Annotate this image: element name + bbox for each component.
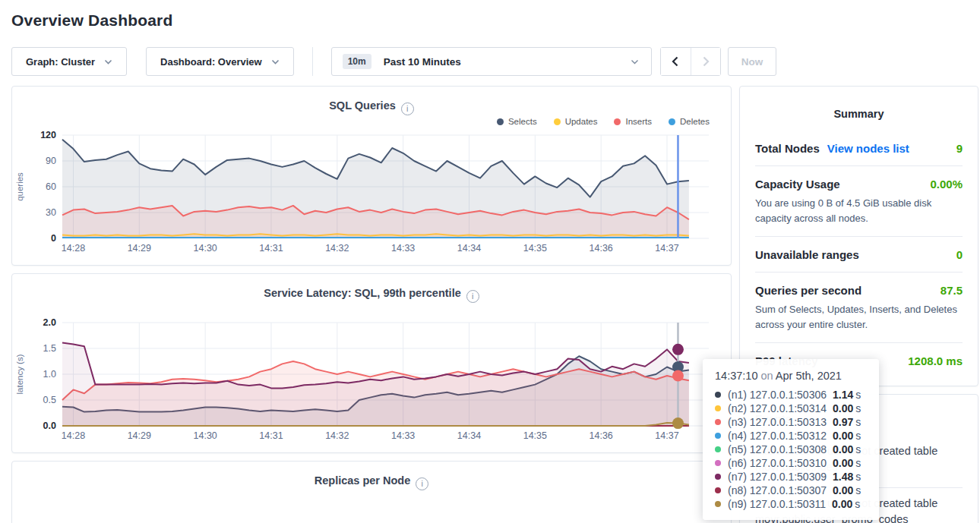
- series-color-dot: [715, 460, 721, 466]
- svg-text:14:32: 14:32: [325, 243, 349, 254]
- svg-text:14:29: 14:29: [128, 430, 151, 441]
- tooltip-node-label: (n5) 127.0.0.1:50308: [728, 443, 827, 455]
- svg-text:14:35: 14:35: [523, 243, 547, 254]
- svg-text:14:33: 14:33: [391, 243, 415, 254]
- svg-text:0.5: 0.5: [43, 395, 56, 405]
- chevron-down-icon: [104, 58, 112, 66]
- summary-label: Unavailable ranges: [755, 248, 859, 261]
- legend-item[interactable]: Updates: [554, 117, 598, 126]
- legend-label: Deletes: [680, 117, 710, 126]
- svg-text:0.0: 0.0: [43, 421, 56, 431]
- svg-text:30: 30: [46, 207, 56, 218]
- tooltip-row: (n8) 127.0.0.1:503070.00s: [715, 484, 867, 497]
- chart-legend: SelectsUpdatesInsertsDeletes: [497, 117, 710, 126]
- svg-text:120: 120: [40, 130, 56, 140]
- tooltip-value: 0.00: [832, 498, 852, 510]
- controls-divider: [312, 47, 313, 76]
- summary-subtext: You are using 0 B of 4.5 GiB usable disk…: [755, 196, 963, 225]
- tooltip-value: 1.48: [833, 471, 853, 483]
- svg-text:14:34: 14:34: [457, 243, 481, 254]
- tooltip-timestamp: 14:37:10 on Apr 5th, 2021: [715, 370, 867, 382]
- legend-label: Updates: [565, 117, 598, 126]
- summary-subtext: Sum of Selects, Updates, Inserts, and De…: [755, 302, 963, 332]
- summary-panel: Summary Total NodesView nodes list9Capac…: [739, 86, 978, 386]
- tooltip-row: (n4) 127.0.0.1:503120.00s: [715, 429, 867, 443]
- overview-dashboard-page: Overview Dashboard Graph: Cluster Dashbo…: [0, 0, 980, 523]
- summary-label: Queries per second: [755, 284, 861, 297]
- replicas-chart[interactable]: [12, 504, 719, 523]
- svg-text:latency (s): latency (s): [15, 354, 24, 394]
- summary-value: 0: [956, 248, 963, 261]
- summary-link[interactable]: View nodes list: [827, 142, 909, 155]
- time-prev-button[interactable]: [661, 48, 691, 75]
- tooltip-row: (n3) 127.0.0.1:503130.97s: [715, 415, 867, 429]
- series-color-dot: [715, 487, 721, 493]
- tooltip-row: (n9) 127.0.0.1:503110.00s: [715, 497, 867, 511]
- summary-value: 87.5: [940, 284, 963, 297]
- legend-dot: [497, 118, 504, 125]
- tooltip-value: 1.14: [833, 389, 853, 401]
- legend-dot: [614, 118, 621, 125]
- tooltip-value: 0.97: [833, 416, 853, 428]
- svg-text:60: 60: [46, 181, 56, 192]
- svg-text:14:33: 14:33: [391, 430, 415, 441]
- svg-text:2.0: 2.0: [43, 317, 56, 328]
- summary-value: 1208.0 ms: [908, 354, 963, 367]
- summary-row: Queries per second87.5Sum of Selects, Up…: [755, 273, 963, 343]
- legend-dot: [554, 118, 561, 125]
- controls-bar: Graph: Cluster Dashboard: Overview 10m P…: [11, 47, 980, 76]
- svg-text:90: 90: [46, 156, 56, 166]
- svg-text:14:34: 14:34: [457, 430, 481, 441]
- tooltip-row: (n5) 127.0.0.1:503080.00s: [715, 443, 867, 456]
- time-next-button[interactable]: [691, 48, 720, 75]
- tooltip-row: (n7) 127.0.0.1:503091.48s: [715, 470, 867, 484]
- replicas-panel: Replicas per Nodei: [11, 461, 732, 523]
- legend-item[interactable]: Inserts: [614, 117, 652, 126]
- info-icon[interactable]: i: [416, 477, 428, 490]
- time-range-selector[interactable]: 10m Past 10 Minutes: [331, 47, 652, 76]
- svg-text:14:37: 14:37: [655, 243, 678, 254]
- sql-queries-chart[interactable]: 030609012014:2814:2914:3014:3114:3214:33…: [12, 129, 719, 260]
- tooltip-node-label: (n9) 127.0.0.1:50311: [728, 498, 826, 510]
- series-color-dot: [715, 446, 721, 452]
- time-range-badge: 10m: [343, 54, 371, 69]
- svg-text:queries: queries: [15, 172, 24, 201]
- info-icon[interactable]: i: [401, 102, 414, 115]
- chevron-right-icon: [701, 56, 710, 67]
- svg-text:14:28: 14:28: [62, 243, 85, 254]
- svg-text:14:31: 14:31: [259, 243, 283, 254]
- summary-row: Total NodesView nodes list9: [755, 131, 963, 166]
- svg-text:1.5: 1.5: [43, 343, 56, 354]
- latency-chart[interactable]: 0.00.51.01.52.014:2814:2914:3014:3114:32…: [12, 317, 719, 447]
- tooltip-node-label: (n3) 127.0.0.1:50313: [728, 416, 827, 428]
- graph-dropdown-label: Graph: Cluster: [26, 56, 95, 68]
- summary-label: Total Nodes: [755, 142, 820, 155]
- series-color-dot: [715, 419, 721, 425]
- tooltip-row: (n2) 127.0.0.1:503140.00s: [715, 402, 867, 415]
- tooltip-value: 0.00: [833, 484, 853, 496]
- latency-panel: Service Latency: SQL, 99th percentilei 0…: [11, 273, 732, 453]
- svg-text:14:32: 14:32: [325, 430, 349, 441]
- chart-tooltip: 14:37:10 on Apr 5th, 2021 (n1) 127.0.0.1…: [703, 359, 879, 520]
- svg-text:14:35: 14:35: [523, 430, 547, 441]
- now-button[interactable]: Now: [728, 47, 777, 76]
- summary-value: 0.00%: [930, 178, 963, 191]
- info-icon[interactable]: i: [466, 290, 479, 303]
- legend-dot: [669, 118, 675, 125]
- svg-text:1.0: 1.0: [43, 369, 56, 380]
- chart-title: Replicas per Nodei: [12, 474, 731, 490]
- summary-label: Capacity Usage: [755, 178, 840, 191]
- svg-text:14:30: 14:30: [194, 430, 217, 441]
- summary-row: Capacity Usage0.00%You are using 0 B of …: [755, 166, 963, 237]
- legend-item[interactable]: Selects: [497, 117, 537, 126]
- tooltip-value: 0.00: [833, 402, 853, 414]
- svg-text:0: 0: [51, 233, 56, 244]
- sql-queries-panel: SQL Queriesi SelectsUpdatesInsertsDelete…: [11, 86, 732, 266]
- graph-dropdown[interactable]: Graph: Cluster: [11, 47, 127, 76]
- chevron-down-icon: [271, 58, 280, 66]
- tooltip-value: 0.00: [833, 443, 853, 455]
- tooltip-value: 0.00: [833, 457, 853, 469]
- dashboard-dropdown[interactable]: Dashboard: Overview: [146, 47, 294, 76]
- legend-item[interactable]: Deletes: [669, 117, 710, 126]
- svg-text:14:37: 14:37: [655, 430, 678, 441]
